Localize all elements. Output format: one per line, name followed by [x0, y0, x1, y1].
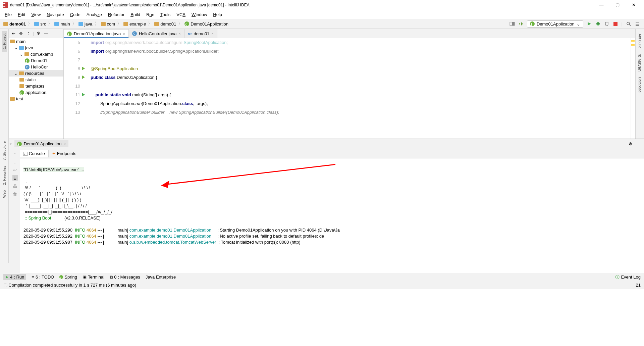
close-icon[interactable]: ×: [63, 142, 65, 146]
crumb-project[interactable]: demo01: [2, 21, 27, 27]
endpoints-tab[interactable]: ✦Endpoints: [49, 150, 80, 157]
minimize-button[interactable]: —: [596, 2, 606, 7]
run-gutter-icon[interactable]: [82, 75, 86, 80]
run-configuration-select[interactable]: Demo01Application ⌄: [527, 20, 583, 28]
coverage-button[interactable]: [604, 21, 609, 27]
sort-icon[interactable]: ≑: [25, 31, 31, 36]
run-session-tab[interactable]: Demo01Application ×: [14, 140, 68, 147]
tree-java[interactable]: ⌄ java: [9, 45, 63, 51]
gear-icon[interactable]: ✻: [628, 141, 633, 147]
spring-icon: [67, 32, 72, 36]
bottom-todo[interactable]: ≡ 6: TODO: [32, 275, 54, 280]
error-stripe[interactable]: [631, 38, 635, 139]
crumb-com[interactable]: com: [100, 21, 117, 27]
tab-project[interactable]: 1: Project: [2, 31, 7, 52]
close-icon[interactable]: ×: [211, 32, 213, 36]
close-button[interactable]: ✕: [629, 2, 639, 7]
spring-icon: [59, 275, 63, 279]
right-tool-strip: Ant Build m Maven Database: [635, 29, 644, 139]
crumb-main[interactable]: main: [53, 21, 71, 27]
crumb-demo01[interactable]: demo01: [153, 21, 177, 27]
tab-demo01-maven[interactable]: mdemo01×: [184, 29, 217, 38]
build-icon[interactable]: [518, 21, 524, 27]
svg-rect-11: [636, 25, 639, 26]
collapse-icon[interactable]: ⇤: [11, 31, 16, 36]
search-icon[interactable]: [626, 21, 631, 27]
tab-database[interactable]: Database: [637, 74, 643, 95]
run-gutter-icon[interactable]: [82, 92, 86, 97]
scroll-icon[interactable]: ⤓: [12, 175, 18, 181]
menu-vcs[interactable]: VCS: [174, 11, 188, 18]
folder-icon: [101, 22, 106, 26]
run-mid-toolbar: ↑ ↓ ↩ ⤓ 🖶 🗑: [10, 149, 20, 273]
bottom-spring[interactable]: Spring: [59, 275, 77, 280]
crumb-java[interactable]: java: [77, 21, 94, 27]
project-tree[interactable]: main ⌄ java ⌄ com.examp Demo01 CHelloCor…: [9, 38, 63, 139]
tab-ant[interactable]: Ant Build: [637, 31, 643, 51]
bottom-terminal[interactable]: ▣ Terminal: [83, 275, 104, 280]
tab-hellocontroller[interactable]: CHelloController.java×: [129, 29, 184, 38]
tab-web[interactable]: Web: [2, 188, 7, 200]
menu-view[interactable]: View: [29, 11, 43, 18]
bottom-run[interactable]: 4: Run: [3, 274, 26, 280]
folder-icon: [19, 84, 24, 88]
crumb-src[interactable]: src: [33, 21, 47, 27]
maximize-button[interactable]: ▢: [612, 2, 623, 7]
menu-analyze[interactable]: Analyze: [84, 11, 105, 18]
tree-static[interactable]: static: [9, 77, 63, 83]
tree-application[interactable]: application.: [9, 89, 63, 96]
toggle-layout-icon[interactable]: [509, 21, 515, 27]
delete-icon[interactable]: 🗑: [12, 191, 18, 197]
menu-refactor[interactable]: Refactor: [105, 11, 127, 18]
crumb-file[interactable]: Demo01Application: [183, 21, 230, 27]
stop-button[interactable]: [613, 21, 618, 27]
menu-navigate[interactable]: Navigate: [44, 11, 66, 18]
bottom-javaee[interactable]: Java Enterprise: [146, 275, 176, 280]
close-icon[interactable]: ×: [123, 32, 125, 36]
bottom-eventlog[interactable]: ⓘ Event Log: [615, 274, 641, 280]
hide-icon[interactable]: —: [636, 141, 641, 147]
crumb-example[interactable]: example: [122, 21, 147, 27]
tree-resources[interactable]: ⌄ resources: [9, 70, 63, 77]
tree-demo01app[interactable]: Demo01: [9, 57, 63, 64]
wrap-icon[interactable]: ↩: [12, 167, 18, 172]
info-icon: ⓘ: [615, 274, 620, 280]
debug-button[interactable]: [595, 21, 601, 27]
run-button[interactable]: [587, 21, 592, 27]
target-icon[interactable]: ⊕: [18, 31, 23, 36]
menu-help[interactable]: Help: [210, 11, 225, 18]
tab-structure[interactable]: 7: Structure: [2, 139, 7, 163]
minimize-icon[interactable]: —: [43, 31, 49, 36]
console-tab[interactable]: Console: [20, 150, 49, 157]
console-output[interactable]: "D:\Intellij IDEA\bin\java.exe" ... . __…: [20, 158, 644, 273]
tree-main[interactable]: main: [9, 38, 63, 45]
code-content[interactable]: import org.springframework.boot.autoconf…: [87, 38, 631, 139]
menu-code[interactable]: Code: [67, 11, 83, 18]
menu-build[interactable]: Build: [128, 11, 143, 18]
tab-favorites[interactable]: 2: Favorites: [2, 163, 7, 188]
tree-hello[interactable]: CHelloCor: [9, 64, 63, 70]
bottom-messages[interactable]: ⧉ 0: Messages: [110, 275, 140, 280]
menu-run[interactable]: Run: [144, 11, 157, 18]
editor-tabs: Demo01Application.java× CHelloController…: [64, 29, 635, 38]
print-icon[interactable]: 🖶: [12, 183, 18, 189]
status-icon: ▢: [3, 283, 7, 288]
menu-edit[interactable]: Edit: [15, 11, 28, 18]
tree-templates[interactable]: templates: [9, 83, 63, 89]
tab-demo01application[interactable]: Demo01Application.java×: [64, 29, 129, 38]
class-icon: C: [132, 31, 137, 36]
code-editor[interactable]: 5 6 7 8 9 10 11 12 13 import org.springf…: [64, 38, 635, 139]
menu-tools[interactable]: Tools: [158, 11, 173, 18]
spring-icon: [19, 90, 24, 95]
run-gutter-icon[interactable]: [82, 66, 86, 71]
menu-window[interactable]: Window: [189, 11, 210, 18]
down-icon[interactable]: ↓: [12, 159, 18, 164]
up-icon[interactable]: ↑: [12, 151, 18, 156]
gear-icon[interactable]: ✻: [36, 31, 41, 36]
tree-test[interactable]: test: [9, 96, 63, 102]
settings-icon[interactable]: [635, 21, 640, 27]
close-icon[interactable]: ×: [178, 32, 180, 36]
menu-file[interactable]: File: [2, 11, 14, 18]
tree-pkg[interactable]: ⌄ com.examp: [9, 51, 63, 57]
tab-maven[interactable]: m Maven: [637, 51, 643, 74]
